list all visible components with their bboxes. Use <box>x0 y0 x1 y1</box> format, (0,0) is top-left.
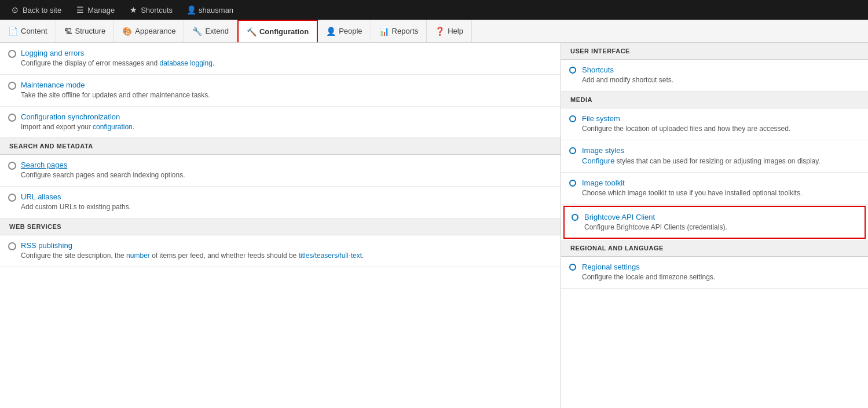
nav-content[interactable]: 📄 Content <box>0 20 56 42</box>
appearance-icon: 🎨 <box>122 27 132 36</box>
nav-help[interactable]: ❓ Help <box>427 20 472 42</box>
search-pages-item: Search pages Configure search pages and … <box>0 155 561 187</box>
right-panel: USER INTERFACE Shortcuts Add and modify … <box>561 43 868 408</box>
rss-publishing-item: RSS publishing Configure the site descri… <box>0 235 561 267</box>
image-toolkit-desc: Choose which image toolkit to use if you… <box>582 188 859 198</box>
brightcove-link[interactable]: Brightcove API Client <box>584 213 655 221</box>
image-toolkit-link[interactable]: Image toolkit <box>582 178 625 187</box>
left-panel: Logging and errors Configure the display… <box>0 43 561 408</box>
people-icon: 👤 <box>326 27 336 36</box>
image-styles-link[interactable]: Image styles <box>582 146 624 155</box>
brightcove-item: Brightcove API Client Configure Brightco… <box>563 206 866 239</box>
extend-icon: 🔧 <box>192 27 202 36</box>
rss-icon <box>8 242 16 250</box>
home-icon: ⊙ <box>10 5 20 14</box>
web-services-header: WEB SERVICES <box>0 218 561 235</box>
regional-settings-desc: Configure the locale and timezone settin… <box>582 272 859 282</box>
menu-icon: ☰ <box>75 5 85 14</box>
back-to-site[interactable]: ⊙ Back to site <box>5 0 67 20</box>
shortcuts-icon <box>569 67 576 74</box>
config-sync-icon <box>8 114 16 122</box>
content-area: Logging and errors Configure the display… <box>0 43 868 408</box>
maintenance-mode-item: Maintenance mode Take the site offline f… <box>0 75 561 107</box>
nav-structure[interactable]: 🏗 Structure <box>56 20 115 42</box>
file-system-icon <box>569 115 576 122</box>
search-pages-link[interactable]: Search pages <box>21 161 67 169</box>
content-icon: 📄 <box>8 27 18 36</box>
media-header: MEDIA <box>561 92 868 108</box>
reports-icon: 📊 <box>379 27 389 36</box>
nav-appearance[interactable]: 🎨 Appearance <box>114 20 184 42</box>
brightcove-desc: Configure Brightcove API Clients (creden… <box>584 223 856 232</box>
image-toolkit-icon <box>569 180 576 187</box>
image-toolkit-item: Image toolkit Choose which image toolkit… <box>561 173 868 205</box>
logging-errors-item: Logging and errors Configure the display… <box>0 43 561 75</box>
search-pages-icon <box>8 162 16 170</box>
image-styles-desc: Configure styles that can be used for re… <box>582 156 859 166</box>
nav-people[interactable]: 👤 People <box>318 20 371 42</box>
manage-menu[interactable]: ☰ Manage <box>69 0 120 20</box>
maintenance-mode-desc: Take the site offline for updates and ot… <box>21 90 551 100</box>
regional-settings-item: Regional settings Configure the locale a… <box>561 257 868 289</box>
shortcuts-link[interactable]: Shortcuts <box>582 65 614 74</box>
file-system-item: File system Configure the location of up… <box>561 108 868 140</box>
url-aliases-link[interactable]: URL aliases <box>21 192 61 201</box>
config-sync-item: Configuration synchronization Import and… <box>0 107 561 139</box>
maintenance-mode-link[interactable]: Maintenance mode <box>21 81 85 89</box>
logging-icon <box>8 50 16 58</box>
shortcuts-menu[interactable]: ★ Shortcuts <box>123 0 178 20</box>
main-nav: 📄 Content 🏗 Structure 🎨 Appearance 🔧 Ext… <box>0 20 868 43</box>
structure-icon: 🏗 <box>64 27 72 36</box>
user-icon: 👤 <box>186 5 196 14</box>
admin-bar: ⊙ Back to site ☰ Manage ★ Shortcuts 👤 sh… <box>0 0 868 20</box>
nav-reports[interactable]: 📊 Reports <box>371 20 427 42</box>
nav-extend[interactable]: 🔧 Extend <box>184 20 237 42</box>
shortcuts-desc: Add and modify shortcut sets. <box>582 75 859 85</box>
search-pages-desc: Configure search pages and search indexi… <box>21 170 551 180</box>
shortcuts-item: Shortcuts Add and modify shortcut sets. <box>561 60 868 92</box>
regional-language-header: REGIONAL AND LANGUAGE <box>561 240 868 257</box>
user-menu[interactable]: 👤 shausman <box>181 0 239 20</box>
maintenance-icon <box>8 82 16 90</box>
star-icon: ★ <box>129 5 138 14</box>
url-aliases-icon <box>8 194 16 202</box>
configuration-icon: 🔨 <box>247 27 257 37</box>
search-metadata-header: SEARCH AND METADATA <box>0 138 561 155</box>
user-interface-header: USER INTERFACE <box>561 43 868 60</box>
config-sync-desc: Import and export your configuration. <box>21 122 551 132</box>
file-system-desc: Configure the location of uploaded files… <box>582 124 859 134</box>
help-icon: ❓ <box>435 27 445 36</box>
url-aliases-desc: Add custom URLs to existing paths. <box>21 202 551 212</box>
regional-settings-link[interactable]: Regional settings <box>582 263 640 271</box>
config-sync-link[interactable]: Configuration synchronization <box>21 112 120 121</box>
rss-publishing-desc: Configure the site description, the numb… <box>21 251 551 261</box>
regional-settings-icon <box>569 264 576 271</box>
brightcove-icon <box>572 214 578 221</box>
nav-configuration[interactable]: 🔨 Configuration <box>237 20 318 42</box>
image-styles-icon <box>569 147 576 154</box>
url-aliases-item: URL aliases Add custom URLs to existing … <box>0 187 561 218</box>
file-system-link[interactable]: File system <box>582 114 620 123</box>
logging-errors-desc: Configure the display of error messages … <box>21 59 551 68</box>
logging-errors-link[interactable]: Logging and errors <box>21 49 84 57</box>
image-styles-item: Image styles Configure styles that can b… <box>561 140 868 173</box>
rss-publishing-link[interactable]: RSS publishing <box>21 241 72 250</box>
